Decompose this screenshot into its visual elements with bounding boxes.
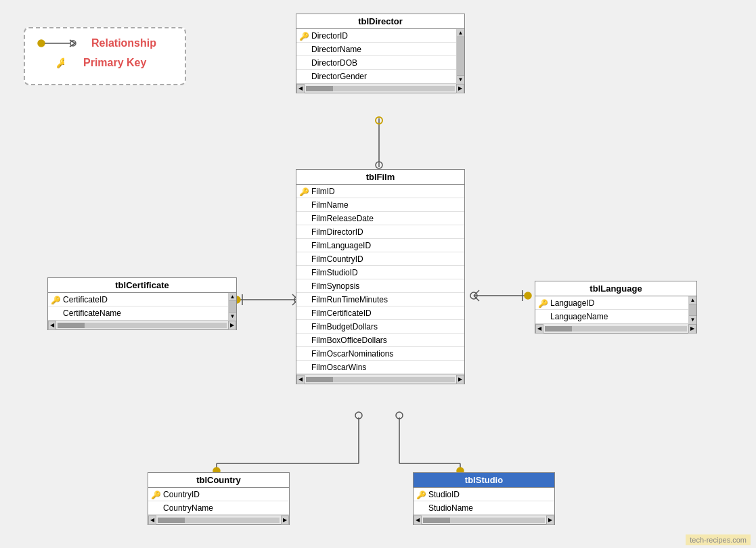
scrollbar-h-country[interactable]: ◀ ▶	[148, 515, 289, 524]
spacer-DirectorName	[299, 45, 309, 54]
svg-text:🔑: 🔑	[56, 58, 64, 69]
svg-text:🔑: 🔑	[299, 31, 309, 41]
legend-pk-row: 🔑 Primary Key	[36, 56, 174, 70]
field-FilmSynopsis: FilmSynopsis	[296, 279, 464, 293]
field-FilmBoxOfficeDollars: FilmBoxOfficeDollars	[296, 334, 464, 347]
table-body-tblLanguage: 🔑 LanguageID LanguageName ▲ ▼ ◀ ▶	[535, 296, 696, 333]
field-StudioName: StudioName	[414, 501, 554, 515]
table-tblLanguage: tblLanguage 🔑 LanguageID LanguageName ▲ …	[535, 281, 697, 334]
table-header-tblLanguage: tblLanguage	[535, 281, 696, 296]
field-FilmLanguageID: FilmLanguageID	[296, 239, 464, 252]
svg-text:🔑: 🔑	[416, 490, 426, 499]
svg-point-1	[376, 117, 382, 124]
table-body-tblFilm: 🔑 FilmID FilmName FilmReleaseDate FilmDi…	[296, 185, 464, 384]
pk-icon-StudioID: 🔑	[416, 490, 426, 499]
scrollbar-v-lang[interactable]: ▲ ▼	[688, 296, 696, 323]
pk-icon-CountryID: 🔑	[151, 490, 160, 499]
svg-point-2	[376, 162, 382, 168]
field-StudioID: 🔑 StudioID	[414, 488, 554, 501]
table-tblFilm: tblFilm 🔑 FilmID FilmName FilmReleaseDat…	[296, 169, 465, 384]
table-body-tblDirector: 🔑 DirectorID DirectorName DirectorDOB	[296, 29, 464, 93]
field-CountryID: 🔑 CountryID	[148, 488, 289, 501]
field-FilmCountryID: FilmCountryID	[296, 252, 464, 266]
field-FilmReleaseDate: FilmReleaseDate	[296, 212, 464, 225]
svg-text:🔑: 🔑	[299, 187, 309, 196]
table-body-tblCountry: 🔑 CountryID CountryName ◀ ▶	[148, 488, 289, 524]
field-FilmOscarNominations: FilmOscarNominations	[296, 347, 464, 361]
field-CountryName: CountryName	[148, 501, 289, 515]
legend-pk-icon: 🔑	[55, 57, 64, 69]
field-DirectorName: DirectorName	[296, 43, 456, 56]
table-body-tblStudio: 🔑 StudioID StudioName ◀ ▶	[414, 488, 554, 524]
table-header-tblFilm: tblFilm	[296, 170, 464, 185]
watermark: tech-recipes.com	[686, 534, 751, 545]
svg-point-19	[355, 412, 362, 419]
svg-text:🔑: 🔑	[538, 298, 548, 308]
svg-text:🔑: 🔑	[151, 490, 160, 499]
field-FilmRunTimeMinutes: FilmRunTimeMinutes	[296, 293, 464, 306]
legend-relationship-row: Relationship	[36, 37, 174, 51]
table-tblCountry: tblCountry 🔑 CountryID CountryName ◀ ▶	[148, 472, 290, 525]
field-FilmName: FilmName	[296, 198, 464, 212]
field-DirectorGender: DirectorGender	[296, 70, 456, 83]
pk-icon-CertificateID: 🔑	[51, 295, 60, 304]
field-FilmCertificateID: FilmCertificateID	[296, 306, 464, 320]
pk-icon-LanguageID: 🔑	[538, 298, 548, 308]
field-DirectorID: 🔑 DirectorID	[296, 29, 456, 43]
legend-pk-icon-container: 🔑	[36, 57, 83, 69]
field-FilmBudgetDollars: FilmBudgetDollars	[296, 320, 464, 334]
field-FilmOscarWins: FilmOscarWins	[296, 361, 464, 374]
table-header-tblStudio: tblStudio	[414, 473, 554, 488]
table-tblStudio: tblStudio 🔑 StudioID StudioName ◀ ▶	[413, 472, 555, 525]
svg-point-24	[396, 412, 403, 419]
field-FilmID: 🔑 FilmID	[296, 185, 464, 198]
table-header-tblCertificate: tblCertificate	[48, 278, 236, 293]
field-CertificateName: CertificateName	[48, 306, 228, 320]
svg-point-12	[470, 292, 477, 299]
table-header-tblDirector: tblDirector	[296, 14, 464, 29]
field-LanguageID: 🔑 LanguageID	[535, 296, 688, 310]
table-header-tblCountry: tblCountry	[148, 473, 289, 488]
svg-line-14	[474, 296, 479, 301]
scrollbar-h-studio[interactable]: ◀ ▶	[414, 515, 554, 524]
svg-text:🔑: 🔑	[51, 295, 60, 304]
table-body-tblCertificate: 🔑 CertificateID CertificateName ▲ ▼ ◀ ▶	[48, 293, 236, 329]
legend-box: Relationship 🔑 Primary Key	[24, 27, 186, 85]
relationship-symbol	[36, 37, 83, 49]
field-CertificateID: 🔑 CertificateID	[48, 293, 228, 306]
svg-point-25	[38, 40, 45, 47]
scrollbar-h-cert[interactable]: ◀ ▶	[48, 320, 236, 329]
pk-icon-DirectorID: 🔑	[299, 31, 309, 41]
scrollbar-h-film[interactable]: ◀ ▶	[296, 374, 464, 384]
svg-line-13	[474, 290, 479, 296]
legend-pk-text: Primary Key	[83, 56, 146, 70]
scrollbar-h-lang[interactable]: ◀ ▶	[535, 323, 696, 333]
scrollbar-h-director[interactable]: ◀ ▶	[296, 83, 464, 93]
field-FilmDirectorID: FilmDirectorID	[296, 225, 464, 239]
pk-icon-FilmID: 🔑	[299, 187, 309, 196]
table-tblCertificate: tblCertificate 🔑 CertificateID Certifica…	[47, 277, 237, 330]
legend-relationship-text: Relationship	[91, 37, 156, 51]
scrollbar-v-cert[interactable]: ▲ ▼	[228, 293, 236, 320]
diagram-canvas: Relationship 🔑 Primary Key tblDirector 🔑	[0, 0, 756, 548]
legend-relationship-line	[36, 37, 83, 49]
svg-point-10	[525, 292, 531, 299]
field-DirectorDOB: DirectorDOB	[296, 56, 456, 70]
field-LanguageName: LanguageName	[535, 310, 688, 323]
scrollbar-v-director[interactable]: ▲ ▼	[456, 29, 464, 83]
table-tblDirector: tblDirector 🔑 DirectorID DirectorName	[296, 14, 465, 93]
field-FilmStudioID: FilmStudioID	[296, 266, 464, 279]
